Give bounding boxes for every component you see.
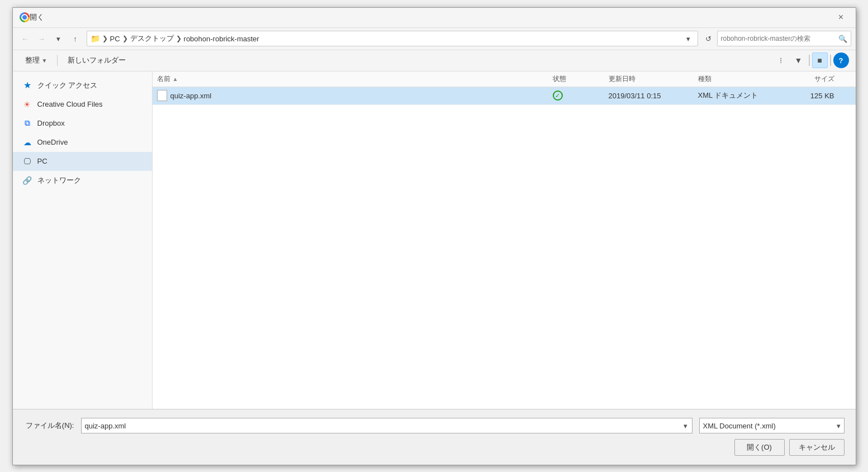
sidebar-item-pc[interactable]: 🖵 PC [13,152,152,171]
open-file-dialog: 開く × ← → ▾ ↑ 📁 ❯ PC ❯ デスクトップ ❯ robohon-r… [12,7,856,465]
sort-arrow: ▲ [173,76,178,82]
back-button[interactable]: ← [17,31,33,46]
col-header-status: 状態 [548,74,604,84]
filetype-dropdown-arrow[interactable]: ▾ [837,422,841,430]
file-status-cell: ✓ [548,90,604,101]
sidebar-label-onedrive: OneDrive [37,138,68,146]
filename-row: ファイル名(N): ▾ XML Document (*.xml) ▾ [24,418,845,433]
address-dropdown-arrow[interactable]: ▾ [683,31,694,46]
filetype-select-label: XML Document (*.xml) [703,422,837,430]
sidebar-label-dropbox: Dropbox [37,119,65,127]
file-size-cell: 125 KB [783,92,839,100]
new-folder-label: 新しいフォルダー [68,55,126,65]
sidebar: ★ クイック アクセス ☀ Creative Cloud Files ⧉ Dro… [13,71,153,409]
sidebar-label-pc: PC [37,157,48,165]
pc-icon: 🖵 [22,156,33,167]
file-doc-icon [157,90,167,101]
dropdown-button[interactable]: ▾ [51,31,67,46]
preview-pane-button[interactable]: ■ [812,53,828,68]
nav-bar: ← → ▾ ↑ 📁 ❯ PC ❯ デスクトップ ❯ robohon-robric… [13,28,856,50]
col-header-name[interactable]: 名前 ▲ [153,74,548,84]
filename-label: ファイル名(N): [24,421,74,431]
new-folder-button[interactable]: 新しいフォルダー [62,53,131,68]
filename-input-wrap: ▾ [81,418,692,433]
dropbox-icon: ⧉ [22,118,33,129]
cancel-button[interactable]: キャンセル [789,439,845,456]
address-bar[interactable]: 📁 ❯ PC ❯ デスクトップ ❯ robohon-robrick-master… [87,31,698,46]
organize-button[interactable]: 整理 ▼ [20,53,53,68]
sidebar-label-network: ネットワーク [37,175,81,185]
address-part-folder[interactable]: robohon-robrick-master [184,35,259,43]
filename-dropdown-arrow[interactable]: ▾ [682,422,689,430]
col-header-type: 種類 [694,74,783,84]
network-icon: 🔗 [22,175,33,186]
file-list-area: 名前 ▲ 状態 更新日時 種類 サイズ [153,71,856,409]
close-button[interactable]: × [833,9,849,25]
search-input[interactable] [721,35,836,42]
file-type-cell: XML ドキュメント [694,90,783,101]
toolbar-right-separator [809,55,810,66]
toolbar: 整理 ▼ 新しいフォルダー ⁝ ▼ ■ ? [13,50,856,71]
action-row: 開く(O) キャンセル [24,439,845,456]
bottom-bar: ファイル名(N): ▾ XML Document (*.xml) ▾ 開く(O)… [13,409,856,465]
col-header-date[interactable]: 更新日時 [604,74,694,84]
column-header: 名前 ▲ 状態 更新日時 種類 サイズ [153,71,856,87]
sidebar-label-quick-access: クイック アクセス [37,80,98,90]
toolbar-separator [57,55,58,66]
sidebar-item-quick-access[interactable]: ★ クイック アクセス [13,76,152,95]
sidebar-item-onedrive[interactable]: ☁ OneDrive [13,133,152,152]
sidebar-item-creative-cloud[interactable]: ☀ Creative Cloud Files [13,95,152,114]
filetype-select-wrap: XML Document (*.xml) ▾ [699,418,845,433]
view-dropdown-button[interactable]: ▼ [791,53,807,68]
file-date-cell: 2019/03/11 0:15 [604,92,694,100]
star-icon: ★ [22,80,33,91]
creative-cloud-icon: ☀ [22,99,33,110]
main-content: ★ クイック アクセス ☀ Creative Cloud Files ⧉ Dro… [13,71,856,409]
open-button[interactable]: 開く(O) [734,439,785,456]
up-button[interactable]: ↑ [68,31,83,46]
folder-icon: 📁 [91,34,100,43]
dialog-title: 開く [30,12,833,22]
table-row[interactable]: quiz-app.xml ✓ 2019/03/11 0:15 XML ドキュメン… [153,87,856,105]
sidebar-item-network[interactable]: 🔗 ネットワーク [13,171,152,190]
address-part-pc[interactable]: PC [110,35,120,43]
file-icon-cell: quiz-app.xml [153,90,548,101]
status-synced-icon: ✓ [553,90,563,101]
address-part-desktop[interactable]: デスクトップ [130,34,174,44]
sidebar-label-creative-cloud: Creative Cloud Files [37,100,103,108]
title-bar: 開く × [13,8,856,28]
refresh-button[interactable]: ↺ [701,31,716,46]
file-name: quiz-app.xml [170,92,212,100]
help-button[interactable]: ? [833,53,849,68]
search-bar[interactable]: 🔍 [717,31,851,46]
filename-input[interactable] [85,422,682,430]
onedrive-icon: ☁ [22,137,33,148]
col-header-size: サイズ [783,74,839,84]
app-icon [20,12,30,22]
forward-button[interactable]: → [34,31,50,46]
organize-label: 整理 [25,55,40,65]
search-icon: 🔍 [838,35,847,43]
organize-arrow: ▼ [42,58,48,64]
view-grid-button[interactable]: ⁝ [773,53,789,68]
sidebar-item-dropbox[interactable]: ⧉ Dropbox [13,114,152,133]
toolbar-right: ⁝ ▼ ■ ? [773,53,849,68]
toolbar-right-separator2 [830,55,831,66]
